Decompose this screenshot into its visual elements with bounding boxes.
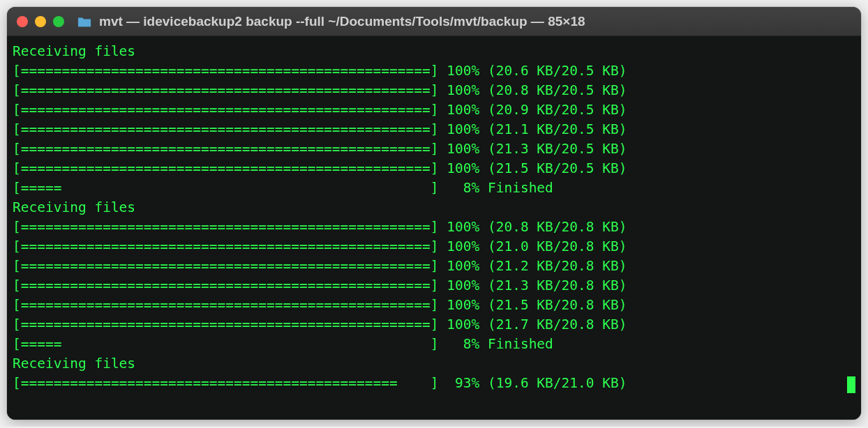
- progress-percent: 100%: [438, 121, 479, 137]
- progress-row: [=======================================…: [13, 159, 855, 178]
- progress-row: [=======================================…: [13, 257, 855, 276]
- progress-bar: [=======================================…: [13, 141, 438, 157]
- progress-percent: 8%: [438, 336, 479, 352]
- progress-bar: [=======================================…: [13, 160, 438, 176]
- progress-bar: [=======================================…: [13, 238, 438, 254]
- window-title: mvt — idevicebackup2 backup --full ~/Doc…: [99, 14, 585, 29]
- progress-bar: [=======================================…: [13, 316, 438, 333]
- progress-percent: 100%: [438, 160, 479, 176]
- progress-info: (21.1 KB/20.5 KB): [479, 121, 627, 137]
- progress-info: (20.6 KB/20.5 KB): [479, 63, 627, 79]
- maximize-icon[interactable]: [53, 16, 64, 27]
- progress-percent: 100%: [438, 82, 479, 98]
- progress-row: [=======================================…: [13, 374, 855, 393]
- progress-percent: 100%: [438, 63, 479, 79]
- titlebar[interactable]: mvt — idevicebackup2 backup --full ~/Doc…: [7, 7, 861, 36]
- progress-bar: [=======================================…: [13, 82, 438, 98]
- progress-row: [=======================================…: [13, 217, 855, 237]
- progress-info: (21.3 KB/20.5 KB): [479, 141, 627, 157]
- progress-row: [=======================================…: [13, 120, 855, 139]
- progress-percent: 100%: [438, 141, 479, 157]
- progress-row: [=======================================…: [13, 237, 855, 257]
- folder-icon: [77, 15, 92, 28]
- progress-percent: 100%: [438, 316, 479, 333]
- traffic-lights: [17, 16, 64, 27]
- progress-bar: [=======================================…: [13, 297, 438, 313]
- receiving-files-header: Receiving files: [13, 198, 855, 217]
- progress-bar: [=======================================…: [13, 258, 438, 274]
- progress-info: (20.8 KB/20.5 KB): [479, 82, 627, 98]
- cursor-icon: [847, 376, 855, 393]
- close-icon[interactable]: [17, 16, 28, 27]
- progress-info: (21.2 KB/20.8 KB): [479, 258, 627, 274]
- progress-info: (20.9 KB/20.5 KB): [479, 102, 627, 118]
- receiving-files-header: Receiving files: [13, 354, 855, 374]
- progress-row: [=======================================…: [13, 61, 855, 81]
- progress-row: [=======================================…: [13, 276, 855, 296]
- progress-percent: 100%: [438, 297, 479, 313]
- progress-bar: [=======================================…: [13, 63, 438, 79]
- progress-info: Finished: [479, 180, 553, 196]
- progress-row: [=======================================…: [13, 139, 855, 159]
- progress-row: [=======================================…: [13, 296, 855, 315]
- minimize-icon[interactable]: [35, 16, 46, 27]
- progress-info: (21.5 KB/20.5 KB): [479, 160, 627, 176]
- progress-bar: [=======================================…: [13, 374, 438, 393]
- progress-info: (20.8 KB/20.8 KB): [479, 219, 627, 235]
- progress-row: [=======================================…: [13, 81, 855, 100]
- progress-percent: 100%: [438, 102, 479, 118]
- progress-row: [===== ] 8% Finished: [13, 178, 855, 198]
- progress-bar: [===== ]: [13, 336, 438, 352]
- progress-bar: [=======================================…: [13, 219, 438, 235]
- progress-bar: [===== ]: [13, 180, 438, 196]
- progress-percent: 100%: [438, 219, 479, 235]
- progress-bar: [=======================================…: [13, 102, 438, 118]
- progress-percent: 100%: [438, 258, 479, 274]
- progress-bar: [=======================================…: [13, 121, 438, 137]
- terminal-body[interactable]: Receiving files[========================…: [7, 36, 861, 420]
- progress-info: (21.3 KB/20.8 KB): [479, 277, 627, 293]
- progress-bar: [=======================================…: [13, 277, 438, 293]
- terminal-window: mvt — idevicebackup2 backup --full ~/Doc…: [7, 7, 861, 420]
- progress-info: (19.6 KB/21.0 KB): [479, 374, 627, 393]
- progress-percent: 100%: [438, 277, 479, 293]
- progress-info: (21.7 KB/20.8 KB): [479, 316, 627, 333]
- progress-row: [===== ] 8% Finished: [13, 335, 855, 354]
- progress-percent: 93%: [438, 374, 479, 393]
- receiving-files-header: Receiving files: [13, 42, 855, 61]
- progress-info: (21.5 KB/20.8 KB): [479, 297, 627, 313]
- progress-info: Finished: [479, 336, 553, 352]
- progress-info: (21.0 KB/20.8 KB): [479, 238, 627, 254]
- progress-row: [=======================================…: [13, 315, 855, 335]
- progress-percent: 8%: [438, 180, 479, 196]
- progress-percent: 100%: [438, 238, 479, 254]
- progress-row: [=======================================…: [13, 100, 855, 120]
